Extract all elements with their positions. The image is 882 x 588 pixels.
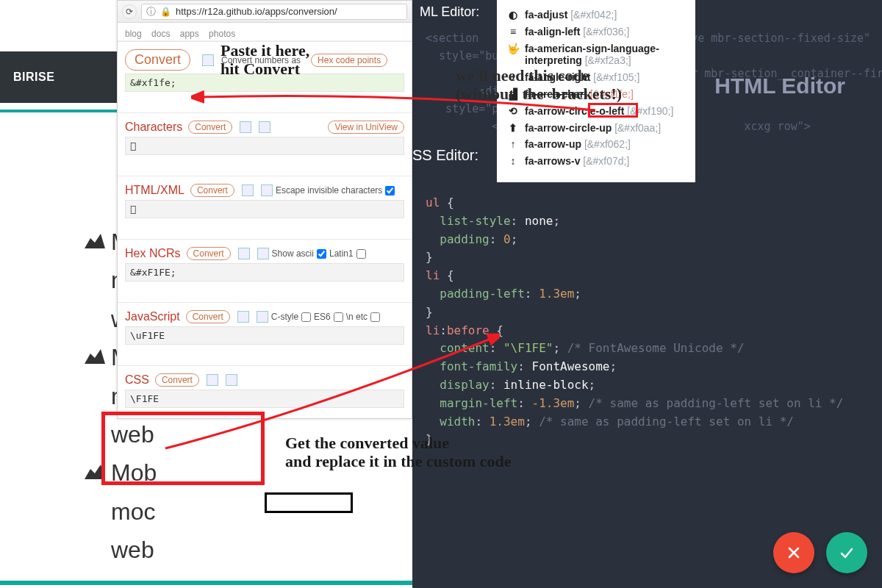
select-icon[interactable] xyxy=(226,374,237,386)
page-header: blog docs apps photos xyxy=(118,23,412,41)
browser-window: ⟳ ⓘ 🔒 https://r12a.github.io/apps/conver… xyxy=(117,0,412,419)
asl-icon: 🤟 xyxy=(507,43,519,55)
hex-option[interactable]: Hex code points xyxy=(311,54,387,67)
area-chart-icon: ▟ xyxy=(507,88,519,101)
copy-icon[interactable] xyxy=(207,374,218,386)
input-field[interactable]: &#xf1fe; xyxy=(125,74,404,92)
copy-icon[interactable] xyxy=(202,54,214,66)
nav-link[interactable]: photos xyxy=(209,29,235,39)
option-label: Show ascii xyxy=(272,248,314,259)
nav-link[interactable]: blog xyxy=(125,29,142,39)
svg-marker-1 xyxy=(85,349,105,364)
chart-icon xyxy=(85,348,105,364)
select-icon[interactable] xyxy=(257,311,268,323)
convert-button[interactable]: Convert xyxy=(186,310,230,323)
output-characters[interactable]:  xyxy=(125,137,404,155)
html-editor-title: HTML Editor xyxy=(714,74,845,98)
convert-button[interactable]: Convert xyxy=(125,49,190,71)
convert-section: Convert Convert numbers as Hex code poin… xyxy=(118,41,412,95)
convert-button[interactable]: Convert xyxy=(190,184,234,197)
bg-text: moc xyxy=(111,498,155,526)
latin1-checkbox[interactable] xyxy=(356,249,366,259)
angle-right-icon: › xyxy=(507,71,519,84)
hexncr-section: Hex NCRs Convert Show ascii Latin1 &#xF1… xyxy=(118,239,412,284)
output-hexncr[interactable]: &#xF1FE; xyxy=(125,263,404,282)
select-icon[interactable] xyxy=(257,248,269,259)
copy-icon[interactable] xyxy=(240,121,251,133)
list-item[interactable]: ◐fa-adjust [&#xf042;] xyxy=(507,9,685,21)
bg-text: web xyxy=(111,536,155,564)
chart-icon xyxy=(85,232,105,248)
section-title: HTML/XML xyxy=(125,184,184,197)
highlight-box-code xyxy=(588,103,638,118)
adjust-icon: ◐ xyxy=(507,9,519,21)
url-text: https://r12a.github.io/apps/conversion/ xyxy=(176,6,337,17)
list-item[interactable]: ⬆fa-arrow-circle-up [&#xf0aa;] xyxy=(507,122,685,135)
divider-line-bottom xyxy=(0,581,412,585)
list-item[interactable]: ›fa-angle-right [&#xf105;] xyxy=(507,71,685,84)
align-left-icon: ≡ xyxy=(507,26,519,38)
section-title: CSS xyxy=(125,373,149,387)
copy-icon[interactable] xyxy=(238,248,250,259)
label-text: Convert numbers as xyxy=(221,55,301,65)
showascii-checkbox[interactable] xyxy=(317,249,326,259)
es6-checkbox[interactable] xyxy=(334,312,343,322)
htmlxml-section: HTML/XML Convert Escape invisible charac… xyxy=(118,176,412,221)
section-title: JavaScript xyxy=(125,310,180,323)
info-icon: ⓘ xyxy=(146,5,156,18)
option-label: Escape invisible characters xyxy=(276,185,382,196)
output-js[interactable]: \uF1FE xyxy=(125,326,404,345)
option-label: ES6 xyxy=(314,312,331,322)
view-uniview-button[interactable]: View in UniView xyxy=(328,121,404,134)
select-icon[interactable] xyxy=(261,184,273,196)
javascript-section: JavaScript Convert C-style ES6 \n etc \u… xyxy=(118,302,412,348)
css-editor-code[interactable]: ul { list-style: none; padding: 0; } li … xyxy=(426,194,843,449)
convert-button[interactable]: Convert xyxy=(187,247,231,260)
fa-icon-list: ◐fa-adjust [&#xf042;] ≡fa-align-left [&#… xyxy=(497,0,695,182)
arrow-up-icon: ↑ xyxy=(507,138,519,151)
convert-button[interactable]: Convert xyxy=(155,373,199,387)
nav-link[interactable]: docs xyxy=(151,29,170,39)
escape-checkbox[interactable] xyxy=(385,186,395,196)
cancel-button[interactable] xyxy=(773,532,814,573)
list-item[interactable]: ▟fa-area-chart [&#xf1fe;] xyxy=(507,88,685,101)
nesc-checkbox[interactable] xyxy=(370,312,380,322)
convert-button[interactable]: Convert xyxy=(188,121,232,134)
nav-link[interactable]: apps xyxy=(180,29,199,39)
bg-box xyxy=(265,492,353,513)
confirm-button[interactable] xyxy=(826,532,867,573)
copy-icon[interactable] xyxy=(237,311,249,323)
address-bar: ⟳ ⓘ 🔒 https://r12a.github.io/apps/conver… xyxy=(118,1,412,23)
lock-icon: 🔒 xyxy=(160,7,171,17)
html-editor-label: ML Editor: xyxy=(412,4,479,20)
output-css[interactable]: \F1FE xyxy=(125,390,404,408)
css-section: CSS Convert \F1FE xyxy=(118,365,412,411)
cstyle-checkbox[interactable] xyxy=(301,312,311,322)
list-item[interactable]: ↕fa-arrows-v [&#xf07d;] xyxy=(507,155,685,168)
highlight-box-css xyxy=(101,412,265,485)
css-editor-label: SS Editor: xyxy=(412,147,478,164)
copy-icon[interactable] xyxy=(242,184,254,196)
url-field[interactable]: ⓘ 🔒 https://r12a.github.io/apps/conversi… xyxy=(141,4,407,20)
list-item[interactable]: ↑fa-arrow-up [&#xf062;] xyxy=(507,138,685,151)
arrow-circle-left-icon: ⟲ xyxy=(507,105,519,118)
option-label: C-style xyxy=(271,312,298,322)
characters-section: Characters Convert View in UniView  xyxy=(118,112,412,158)
arrow-circle-up-icon: ⬆ xyxy=(507,122,519,135)
option-label: Latin1 xyxy=(329,248,354,259)
select-icon[interactable] xyxy=(259,121,270,133)
reload-button[interactable]: ⟳ xyxy=(122,4,137,19)
list-item[interactable]: 🤟fa-american-sign-language-interpreting … xyxy=(507,43,685,68)
list-item[interactable]: ≡fa-align-left [&#xf036;] xyxy=(507,26,685,38)
section-title: Hex NCRs xyxy=(125,247,181,260)
output-htmlxml[interactable]:  xyxy=(125,200,404,218)
option-label: \n etc xyxy=(346,312,368,322)
svg-marker-0 xyxy=(85,234,105,248)
arrows-v-icon: ↕ xyxy=(507,155,519,168)
section-title: Characters xyxy=(125,121,182,134)
